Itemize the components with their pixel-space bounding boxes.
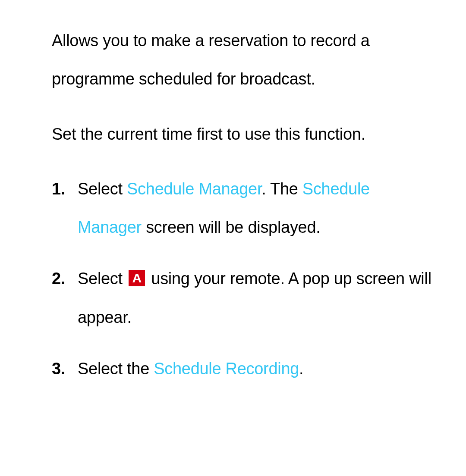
step-2: 2. Select A using your remote. A pop up … — [52, 260, 436, 337]
intro-paragraph-2: Set the current time first to use this f… — [52, 115, 436, 153]
text-run: . — [299, 360, 303, 378]
highlight-schedule-recording: Schedule Recording — [154, 360, 299, 378]
step-body: Select the Schedule Recording. — [78, 350, 436, 388]
step-marker: 1. — [52, 170, 78, 247]
text-run: screen will be displayed. — [142, 218, 321, 236]
text-run: Select — [78, 269, 127, 288]
step-body: Select A using your remote. A pop up scr… — [78, 260, 436, 337]
step-body: Select Schedule Manager. The Schedule Ma… — [78, 170, 436, 247]
text-run: Select the — [78, 360, 154, 378]
a-button-icon: A — [129, 270, 145, 286]
step-1: 1. Select Schedule Manager. The Schedule… — [52, 170, 436, 247]
step-marker: 2. — [52, 260, 78, 337]
highlight-schedule-manager: Schedule Manager — [127, 180, 261, 198]
step-3: 3. Select the Schedule Recording. — [52, 350, 436, 388]
intro-paragraph-1: Allows you to make a reservation to reco… — [52, 22, 436, 99]
steps-list: 1. Select Schedule Manager. The Schedule… — [52, 170, 436, 388]
text-run: . The — [261, 180, 302, 198]
text-run: Select — [78, 180, 127, 198]
step-marker: 3. — [52, 350, 78, 388]
